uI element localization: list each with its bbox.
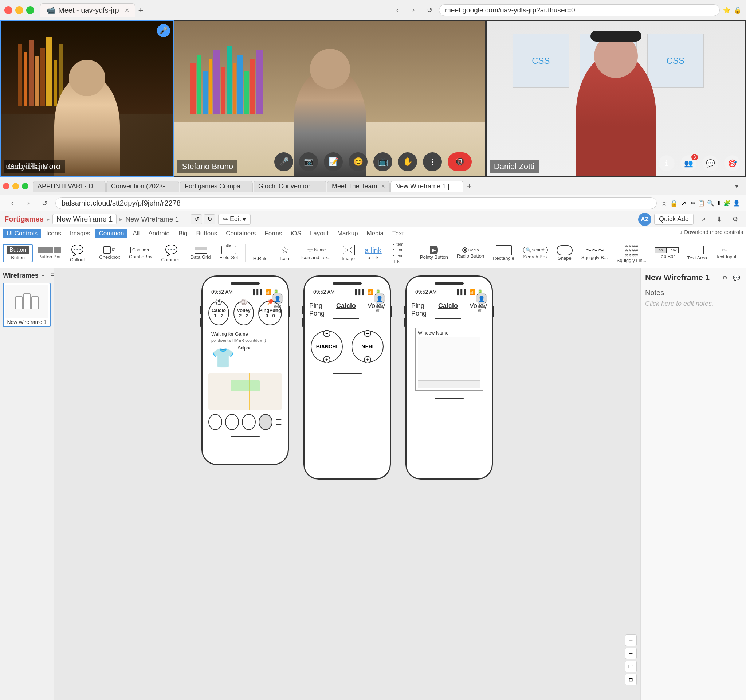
tab-icons[interactable]: Icons — [43, 229, 65, 238]
tool-textarea[interactable]: Text Area — [684, 244, 710, 262]
tab-convention[interactable]: Convention (2023-09-29) -... × — [106, 181, 179, 192]
tool-button-bar[interactable]: Button Bar — [35, 245, 64, 261]
tab-forms[interactable]: Forms — [261, 229, 286, 238]
tab-appunti[interactable]: APPUNTI VARI - Documenti G... × — [33, 181, 106, 192]
tool-combobox[interactable]: Combo▾ ComboBox — [126, 245, 155, 261]
emoji-button[interactable]: 😊 — [349, 152, 367, 171]
redo-button[interactable]: ↻ — [204, 214, 215, 224]
tool-fieldset[interactable]: Title Field Set — [216, 244, 241, 262]
close-dot[interactable] — [5, 6, 12, 14]
tool-search-box[interactable]: 🔍 search Search Box — [520, 245, 551, 261]
wireframe-thumbnail-1[interactable]: New Wireframe 1 — [3, 283, 51, 327]
zoom-in-button[interactable]: + — [625, 634, 637, 646]
hamburger-menu[interactable]: ☰ — [275, 418, 282, 426]
tab-all[interactable]: All — [129, 229, 143, 238]
app-logo[interactable]: Fortigames — [5, 215, 44, 223]
panel-settings-button[interactable]: ⚙ — [720, 272, 730, 283]
share-icon[interactable]: ↗ — [681, 199, 686, 207]
bianchi-circle[interactable]: − BIANCHI + — [311, 331, 343, 363]
close-dot-2[interactable] — [3, 183, 9, 190]
bianchi-minus[interactable]: − — [323, 330, 330, 337]
zoom-out-button[interactable]: − — [625, 647, 637, 659]
meet-url-bar[interactable]: meet.google.com/uav-ydfs-jrp?authuser=0 — [439, 5, 720, 16]
tool-text-input[interactable]: Text_ Text Input — [713, 245, 740, 261]
people-icon[interactable]: 👥 3 — [680, 155, 696, 171]
tab-ping-pong-3[interactable]: Ping Pong — [408, 301, 429, 319]
undo-button[interactable]: ↺ — [191, 214, 202, 224]
tab-common[interactable]: Common — [95, 229, 128, 238]
forward-button[interactable]: › — [407, 4, 420, 17]
activities-icon[interactable]: 🎯 — [724, 155, 740, 171]
bookmark-icon[interactable]: ☆ — [661, 199, 667, 207]
settings-button[interactable]: ⚙ — [728, 213, 741, 226]
tab-layout[interactable]: Layout — [306, 229, 332, 238]
new-tab-btn-2[interactable]: + — [464, 180, 475, 193]
close-tab-icon[interactable]: × — [125, 6, 129, 15]
back-button[interactable]: ‹ — [391, 4, 404, 17]
tool-icon[interactable]: ☆ Icon — [274, 243, 296, 263]
tab-images[interactable]: Images — [66, 229, 94, 238]
tool-list[interactable]: • Item• Item• Item List — [387, 240, 409, 266]
share-project-button[interactable]: ↗ — [696, 213, 710, 226]
neri-circle[interactable]: − NERI + — [352, 331, 384, 363]
bottom-circle-3[interactable] — [242, 414, 256, 430]
tool-squiggly-b[interactable]: 〜〜〜 Squiggly B... — [578, 244, 611, 262]
captions-button[interactable]: 📝 — [324, 152, 343, 171]
game-circle-calcio[interactable]: ⚽ Calcio 1 - 2 — [208, 301, 229, 325]
tab-android[interactable]: Android — [144, 229, 173, 238]
tab-new-wireframe[interactable]: New Wireframe 1 | Fortigame... × — [391, 181, 463, 192]
tool-radio[interactable]: Radio Radio Button — [454, 245, 487, 260]
min-dot-2[interactable] — [12, 183, 19, 190]
zoom-fit-button[interactable]: ⊡ — [625, 674, 637, 685]
new-tab-button[interactable]: + — [135, 4, 146, 17]
mic-button[interactable]: 🎤 — [274, 152, 293, 171]
close-tab-meet-team[interactable]: × — [381, 182, 385, 190]
tool-callout[interactable]: 💬 Callout — [66, 242, 88, 264]
info-icon[interactable]: ℹ — [659, 155, 675, 171]
wireframe-canvas[interactable]: 09:52 AM ▌▌▌ 📶 🔋 👤 avatar ⚽ Calcio 1 - 2 — [54, 268, 640, 700]
panel-comment-button[interactable]: 💬 — [731, 272, 741, 283]
tab-meet-team[interactable]: Meet The Team × — [327, 181, 390, 192]
quick-add-button[interactable]: Quick Add — [654, 214, 693, 225]
refresh-button[interactable]: ↺ — [423, 4, 436, 17]
tab-calcio-3[interactable]: Calcio — [435, 301, 461, 319]
tab-calcio[interactable]: Calcio — [333, 301, 359, 319]
tool-checkbox[interactable]: ☑ Checkbox — [96, 244, 123, 262]
raise-hand-button[interactable]: ✋ — [398, 152, 417, 171]
tool-squiggly-l[interactable]: ≋≋≋≋≋≋≋≋≋≋≋≋ Squiggly Lin... — [614, 242, 650, 265]
tool-shape[interactable]: Shape — [553, 244, 576, 263]
maximize-dot[interactable] — [26, 6, 34, 14]
tab-buttons[interactable]: Buttons — [193, 229, 221, 238]
max-dot-2[interactable] — [22, 183, 29, 190]
game-circle-volley[interactable]: 🏐 Volley 2 - 2 — [233, 301, 254, 325]
bottom-circle-4[interactable] — [259, 414, 272, 430]
tab-markup[interactable]: Markup — [334, 229, 362, 238]
tab-big[interactable]: Big — [175, 229, 191, 238]
back-btn-2[interactable]: ‹ — [6, 197, 19, 210]
tab-text[interactable]: Text — [389, 229, 407, 238]
user-avatar[interactable]: AZ — [638, 213, 651, 226]
tab-containers[interactable]: Containers — [222, 229, 259, 238]
present-button[interactable]: 📺 — [373, 152, 392, 171]
chat-icon[interactable]: 💬 — [702, 155, 718, 171]
tool-comment[interactable]: 💬 Comment — [158, 242, 185, 264]
tool-datagrid[interactable]: Data Grid — [187, 245, 214, 262]
tool-link[interactable]: a link a link — [361, 244, 385, 262]
game-circle-pingpong[interactable]: 🏓 PingPong 0 - 0 — [258, 301, 282, 325]
bottom-circle-1[interactable] — [208, 414, 222, 430]
tab-ios[interactable]: iOS — [287, 229, 305, 238]
wireframe-name-label[interactable]: New Wireframe 1 — [53, 214, 117, 224]
notes-edit-area[interactable]: Click here to edit notes. — [645, 300, 741, 307]
more-options-button[interactable]: ⋮ — [423, 152, 442, 171]
export-button[interactable]: ⬇ — [713, 213, 726, 226]
tool-button[interactable]: Button Button — [3, 244, 33, 262]
refresh-btn-2[interactable]: ↺ — [38, 197, 51, 210]
tool-tabbar[interactable]: Tab1 Tab2 Tab Bar — [652, 245, 681, 261]
meet-tab[interactable]: 📹 Meet - uav-ydfs-jrp × — [40, 3, 135, 17]
bianchi-plus[interactable]: + — [323, 356, 330, 363]
tab-giochi[interactable]: Giochi Convention 2023 - Do... × — [254, 181, 326, 192]
tool-icon-text[interactable]: ☆Name Icon and Tex... — [298, 244, 335, 262]
forward-btn-2[interactable]: › — [22, 197, 35, 210]
tool-hrule[interactable]: H.Rule — [249, 243, 272, 263]
chevron-down-icon[interactable]: ▾ — [730, 180, 743, 193]
